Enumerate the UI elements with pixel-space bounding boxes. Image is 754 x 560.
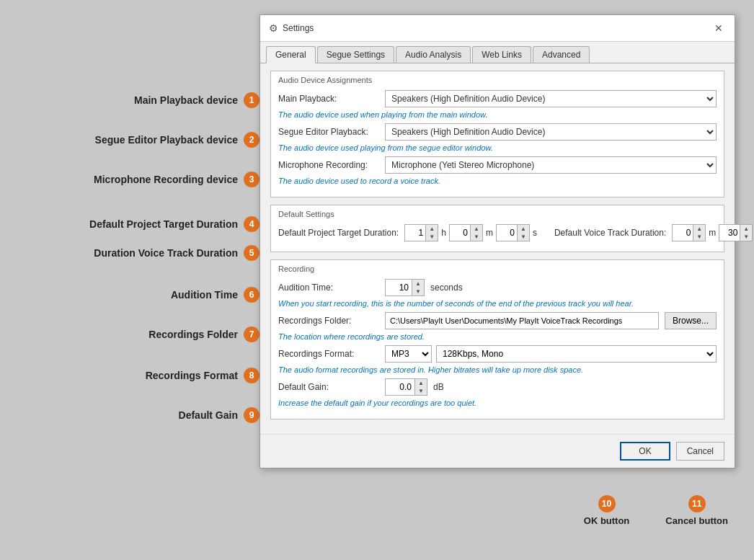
voice-minutes-down[interactable]: ▼ bbox=[693, 233, 705, 241]
minutes-unit: m bbox=[486, 228, 493, 238]
tab-advanced[interactable]: Advanced bbox=[533, 46, 590, 63]
audition-time-spinner: ▲ ▼ bbox=[385, 279, 425, 296]
segue-playback-label: Segue Editor Playback: bbox=[278, 127, 379, 137]
dialog-title: Settings bbox=[283, 23, 314, 33]
voice-minutes-wrapper: ▲ ▼ bbox=[672, 224, 706, 241]
gain-down[interactable]: ▼ bbox=[415, 387, 427, 395]
project-duration-inputs: ▲ ▼ h ▲ ▼ bbox=[404, 224, 537, 241]
hours-input-wrapper: ▲ ▼ bbox=[404, 224, 438, 241]
recording-title: Recording bbox=[278, 265, 717, 273]
main-playback-select[interactable]: Speakers (High Definition Audio Device) bbox=[385, 90, 717, 107]
gain-up[interactable]: ▲ bbox=[415, 379, 427, 387]
project-duration-row: Default Project Target Duration: ▲ ▼ h bbox=[278, 224, 717, 241]
audition-time-label: Audition Time: bbox=[278, 283, 379, 293]
recordings-folder-input[interactable] bbox=[385, 312, 659, 329]
recordings-folder-label: Recordings Folder: bbox=[278, 316, 379, 326]
minutes-up[interactable]: ▲ bbox=[471, 225, 482, 233]
bottom-annotation-11: 11 Cancel button bbox=[665, 495, 728, 526]
annotation-7: Recordings Folder 7 bbox=[22, 326, 260, 342]
dialog-titlebar: ⚙ Settings ✕ bbox=[260, 15, 735, 42]
audition-hint: When you start recording, this is the nu… bbox=[278, 299, 717, 308]
default-gain-label: Default Gain: bbox=[278, 382, 379, 392]
audio-device-section: Audio Device Assignments Main Playback: … bbox=[270, 71, 724, 197]
mic-recording-row: Microphone Recording: Microphone (Yeti S… bbox=[278, 156, 717, 174]
seconds-down[interactable]: ▼ bbox=[518, 233, 529, 241]
annotation-6: Audition Time 6 bbox=[22, 287, 260, 303]
recording-section: Recording Audition Time: ▲ ▼ seconds bbox=[270, 259, 724, 419]
voice-duration-label: Default Voice Track Duration: bbox=[554, 228, 666, 238]
default-gain-row: Default Gain: ▲ ▼ dB bbox=[278, 378, 717, 396]
ok-button[interactable]: OK bbox=[620, 442, 670, 461]
mic-recording-hint: The audio device used to record a voice … bbox=[278, 177, 717, 185]
main-playback-label: Main Playback: bbox=[278, 94, 379, 104]
bottom-annotations: 10 OK button 11 Cancel button bbox=[584, 495, 728, 526]
tab-general[interactable]: General bbox=[266, 46, 316, 63]
voice-seconds-up[interactable]: ▲ bbox=[740, 225, 752, 233]
tab-audio-analysis[interactable]: Audio Analysis bbox=[396, 46, 471, 63]
annotation-5: Duration Voice Track Duration 5 bbox=[22, 245, 260, 261]
main-playback-row: Main Playback: Speakers (High Definition… bbox=[278, 90, 717, 107]
voice-seconds-wrapper: ▲ ▼ bbox=[719, 224, 753, 241]
recordings-format-hint: The audio format recordings are stored i… bbox=[278, 365, 717, 374]
minutes-down[interactable]: ▼ bbox=[471, 233, 482, 241]
segue-playback-select[interactable]: Speakers (High Definition Audio Device) bbox=[385, 123, 717, 141]
hours-unit: h bbox=[441, 228, 446, 238]
annotation-3: Microphone Recording device 3 bbox=[22, 172, 260, 187]
default-settings-title: Default Settings bbox=[278, 210, 717, 218]
dialog-content: Audio Device Assignments Main Playback: … bbox=[260, 63, 735, 434]
segue-playback-hint: The audio device used playing from the s… bbox=[278, 143, 717, 152]
mic-recording-label: Microphone Recording: bbox=[278, 160, 379, 170]
seconds-input[interactable] bbox=[497, 225, 517, 241]
mic-recording-select[interactable]: Microphone (Yeti Stereo Microphone) bbox=[385, 156, 717, 174]
default-gain-spinner: ▲ ▼ bbox=[385, 378, 427, 396]
close-button[interactable]: ✕ bbox=[711, 21, 726, 35]
minutes-input[interactable] bbox=[450, 225, 470, 241]
format-type-select[interactable]: MP3 bbox=[385, 345, 432, 363]
seconds-up[interactable]: ▲ bbox=[518, 225, 529, 233]
tab-segue-settings[interactable]: Segue Settings bbox=[317, 46, 394, 63]
hours-input[interactable] bbox=[405, 225, 425, 241]
hours-down[interactable]: ▼ bbox=[426, 233, 438, 241]
audition-time-row: Audition Time: ▲ ▼ seconds bbox=[278, 279, 717, 296]
browse-button[interactable]: Browse... bbox=[665, 312, 717, 329]
segue-playback-row: Segue Editor Playback: Speakers (High De… bbox=[278, 123, 717, 141]
voice-minutes-unit: m bbox=[709, 228, 716, 238]
bottom-annotation-10: 10 OK button bbox=[584, 495, 630, 526]
gain-unit: dB bbox=[433, 382, 444, 392]
voice-seconds-down[interactable]: ▼ bbox=[740, 233, 752, 241]
voice-seconds-input[interactable] bbox=[719, 225, 740, 241]
annotation-9: Default Gain 9 bbox=[22, 407, 260, 423]
voice-minutes-input[interactable] bbox=[673, 225, 693, 241]
recordings-folder-hint: The location where recordings are stored… bbox=[278, 332, 717, 341]
dialog-footer: OK Cancel bbox=[260, 434, 735, 468]
annotation-2: Segue Editor Playback device 2 bbox=[22, 132, 260, 148]
audition-unit: seconds bbox=[430, 283, 463, 293]
minutes-input-wrapper: ▲ ▼ bbox=[449, 224, 483, 241]
annotation-panel: Main Playback device 1 Segue Editor Play… bbox=[14, 14, 260, 468]
audition-up[interactable]: ▲ bbox=[412, 280, 424, 288]
seconds-unit: s bbox=[533, 228, 537, 238]
annotation-4: Default Project Target Duration 4 bbox=[22, 216, 260, 232]
cancel-button[interactable]: Cancel bbox=[676, 442, 724, 461]
hours-up[interactable]: ▲ bbox=[426, 225, 438, 233]
tab-bar: General Segue Settings Audio Analysis We… bbox=[260, 42, 735, 63]
default-settings-section: Default Settings Default Project Target … bbox=[270, 205, 724, 252]
recordings-format-row: Recordings Format: MP3 128Kbps, Mono bbox=[278, 345, 717, 363]
recordings-folder-row: Recordings Folder: Browse... bbox=[278, 312, 717, 329]
recordings-format-label: Recordings Format: bbox=[278, 349, 379, 359]
project-duration-label: Default Project Target Duration: bbox=[278, 228, 399, 238]
voice-duration-inputs: ▲ ▼ m ▲ ▼ bbox=[672, 224, 754, 241]
default-gain-input[interactable] bbox=[386, 379, 414, 395]
format-quality-select[interactable]: 128Kbps, Mono bbox=[436, 345, 717, 363]
audition-time-input[interactable] bbox=[386, 280, 412, 295]
settings-icon: ⚙ bbox=[269, 22, 278, 34]
main-playback-hint: The audio device used when playing from … bbox=[278, 110, 717, 119]
voice-minutes-up[interactable]: ▲ bbox=[693, 225, 705, 233]
tab-web-links[interactable]: Web Links bbox=[472, 46, 531, 63]
settings-dialog: ⚙ Settings ✕ General Segue Settings Audi… bbox=[260, 14, 735, 468]
annotation-8: Recordings Format 8 bbox=[22, 368, 260, 383]
annotation-1: Main Playback device 1 bbox=[22, 92, 260, 108]
default-gain-hint: Increase the default gain if your record… bbox=[278, 399, 717, 407]
audition-down[interactable]: ▼ bbox=[412, 288, 424, 295]
seconds-input-wrapper: ▲ ▼ bbox=[496, 224, 530, 241]
